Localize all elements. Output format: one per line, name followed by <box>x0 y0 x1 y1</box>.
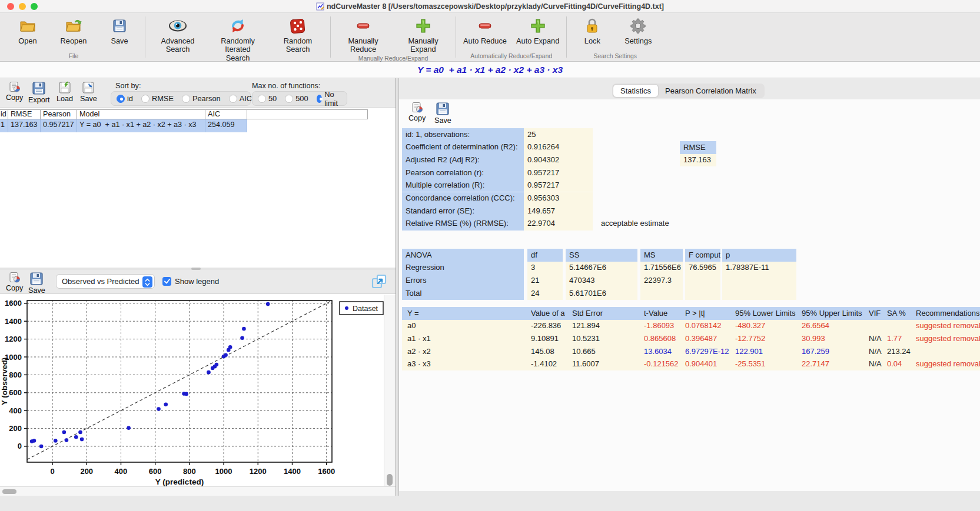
copy-button[interactable]: Copy <box>6 81 23 102</box>
coef-cell-t-value: -1.86093 <box>640 320 680 333</box>
coef-cell-value-of-a: -1.4102 <box>527 358 566 371</box>
toolbar-button-label: Randomly Iterated Search <box>212 37 263 62</box>
x-tick-label: 200 <box>80 467 93 476</box>
coef-cell-t-value: 0.865608 <box>640 332 680 345</box>
tab-statistics[interactable]: Statistics <box>613 85 658 97</box>
column-header-rmse[interactable]: RMSE <box>8 109 41 119</box>
toolbar-button-lock[interactable]: Lock <box>574 14 610 52</box>
toolbar-button-label: Manually Expand <box>398 37 449 54</box>
x-tick-label: 0 <box>50 467 54 476</box>
dropdown-stepper-icon <box>142 276 152 288</box>
data-point <box>207 370 211 375</box>
toolbar-button-randomly-iterated-search[interactable]: Randomly Iterated Search <box>212 14 263 62</box>
save-button[interactable]: Save <box>434 102 451 125</box>
sort-by-option-pearson[interactable]: Pearson <box>182 94 221 103</box>
toolbar-button-open[interactable]: Open <box>9 14 46 52</box>
column-header-pearson[interactable]: Pearson <box>41 109 77 119</box>
floppy-save-icon <box>82 81 95 94</box>
scatter-plot: 0200400600800100012001400160002004006008… <box>0 295 384 486</box>
data-point <box>39 445 44 449</box>
toolbar-button-advanced-search[interactable]: Advanced Search <box>152 14 203 62</box>
x-tick-label: 1000 <box>215 467 232 476</box>
anova-row: Regression35.14667E61.71556E676.59651.78… <box>402 262 796 275</box>
plot-vertical-scrollbar[interactable] <box>384 295 396 486</box>
coef-cell-y: a0 <box>404 320 527 333</box>
toolbar-button-random-search[interactable]: Random Search <box>273 14 323 62</box>
toolbar-button-manually-expand[interactable]: Manually Expand <box>398 14 449 54</box>
summary-label: id: 1, observations: <box>402 128 524 141</box>
x-tick-label: 1200 <box>250 467 267 476</box>
minus-capsule-icon <box>356 16 371 35</box>
radio-label: 500 <box>295 94 308 103</box>
copy-button[interactable]: Copy <box>408 102 426 122</box>
data-point <box>65 438 69 442</box>
anova-header-cell: df <box>527 249 563 262</box>
copy-button[interactable]: Copy <box>6 272 23 292</box>
coef-cell-95-upper-limits: 30.993 <box>798 332 864 345</box>
model-row[interactable]: 1137.1630.957217Y = a0 + a1 · x1 + a2 · … <box>0 119 368 132</box>
plot-view-dropdown[interactable]: Observed vs Predicted <box>56 274 155 289</box>
column-header-model[interactable]: Model <box>77 109 205 119</box>
data-point <box>157 407 161 411</box>
toolbar-button-auto-reduce[interactable]: Auto Reduce <box>463 14 507 52</box>
load-button[interactable]: Load <box>57 81 73 103</box>
max-functions-option-no-limit[interactable]: No limit <box>317 90 341 108</box>
coef-cell-95-lower-limits: -480.327 <box>732 320 797 333</box>
toolbar-group-caption: Search Settings <box>574 52 656 61</box>
max-functions-option-500[interactable]: 500 <box>285 94 308 103</box>
rmse-header-cell: RMSE <box>680 141 716 154</box>
toolbar-separator <box>566 16 567 58</box>
horizontal-scroll-thumb[interactable] <box>2 489 16 494</box>
show-legend-checkbox[interactable]: Show legend <box>162 277 219 286</box>
open-plot-window-icon[interactable] <box>371 273 387 290</box>
tab-pearson-correlation-matrix[interactable]: Pearson Correlation Matrix <box>658 85 763 97</box>
max-functions-radio-group: 50500No limit <box>252 91 347 106</box>
data-point <box>228 345 232 349</box>
toolbar-button-label: Reopen <box>61 37 87 45</box>
sort-by-option-id[interactable]: id <box>117 94 133 103</box>
toolbar-button-reopen[interactable]: Reopen <box>55 14 92 52</box>
summary-value: 0.916264 <box>524 141 593 154</box>
coef-cell-95-upper-limits: 22.7147 <box>798 358 864 371</box>
radio-icon <box>117 95 125 103</box>
coef-cell-p-t: 0.0768142 <box>682 320 730 333</box>
anova-header-cell: p <box>722 249 796 262</box>
sort-by-option-aic[interactable]: AIC <box>229 94 252 103</box>
coef-header-cell: VIF <box>865 307 882 320</box>
model-cell: Y = a0 + a1 · x1 + a2 · x2 + a3 · x3 <box>77 119 205 132</box>
export-button[interactable]: Export <box>28 81 49 104</box>
coef-cell-y: a3 · x3 <box>404 358 527 371</box>
toolbar-button-auto-expand[interactable]: Auto Expand <box>516 14 559 52</box>
toolbar-button-manually-reduce[interactable]: Manually Reduce <box>338 14 388 54</box>
button-label: Save <box>80 95 97 103</box>
anova-header-cell: SS <box>566 249 637 262</box>
vertical-scroll-thumb[interactable] <box>387 474 393 486</box>
sort-by-option-rmse[interactable]: RMSE <box>141 94 174 103</box>
y-tick-label: 400 <box>9 406 22 415</box>
radio-label: id <box>127 94 133 103</box>
coef-cell-95-lower-limits: -25.5351 <box>732 358 797 371</box>
save-button[interactable]: Save <box>80 81 97 103</box>
radio-icon <box>285 95 293 103</box>
radio-icon <box>141 95 150 103</box>
summary-label: Concordance correlation (CCC): <box>402 192 524 205</box>
coef-cell-95-upper-limits: 26.6564 <box>798 320 864 333</box>
toolbar-button-settings[interactable]: Settings <box>620 14 656 52</box>
max-functions-option-50[interactable]: 50 <box>258 94 277 103</box>
coef-header-cell: Value of a <box>527 307 566 320</box>
coef-header-cell: 95% Lower Limits <box>732 307 797 320</box>
column-header-aic[interactable]: AIC <box>205 109 247 119</box>
coef-header-cell: Y = <box>404 307 527 320</box>
plot-horizontal-scrollbar[interactable] <box>0 486 396 496</box>
save-button[interactable]: Save <box>28 272 45 295</box>
coef-header-cell: Recommendations <box>912 307 980 320</box>
x-tick-label: 400 <box>115 467 128 476</box>
toolbar-button-save[interactable]: Save <box>101 14 138 52</box>
button-label: Copy <box>6 93 23 102</box>
column-header-id[interactable]: id <box>0 109 8 119</box>
main-toolbar: OpenReopenSaveFileAdvanced SearchRandoml… <box>0 13 980 62</box>
summary-label: Pearson correlation (r): <box>402 166 524 179</box>
button-label: Load <box>57 95 73 103</box>
column-header-filler[interactable] <box>247 109 368 119</box>
coefficient-row: a3 · x3-1.410211.6007-0.1215620.904401-2… <box>402 358 980 371</box>
